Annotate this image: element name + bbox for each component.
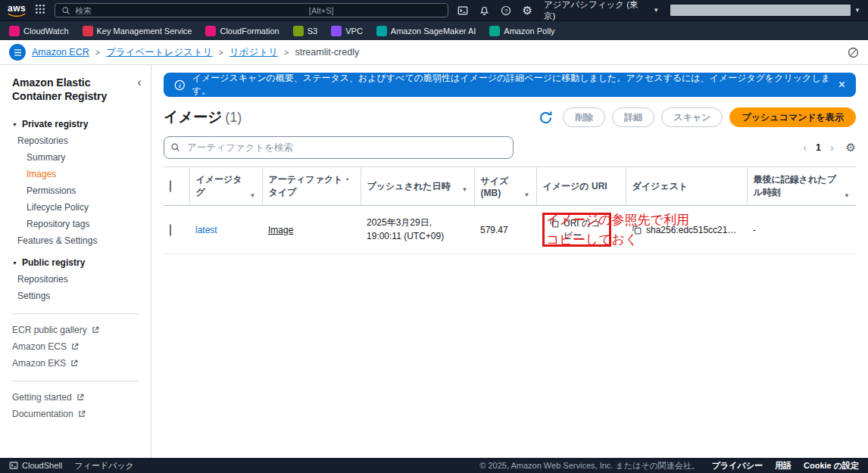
- digest-cell: sha256:edc515cc218ef39...: [632, 225, 741, 235]
- delete-button[interactable]: 削除: [563, 107, 605, 127]
- s3-service-icon: [293, 26, 304, 36]
- copy-icon[interactable]: [632, 225, 642, 235]
- refresh-icon[interactable]: [539, 110, 553, 125]
- search-icon: [61, 6, 70, 15]
- region-selector[interactable]: アジアパシフィック (東京) ▼: [544, 0, 659, 22]
- previous-page-icon[interactable]: ‹: [803, 142, 807, 154]
- table-row: latest Image 2025年3月29日, 19:00:11 (UTC+0…: [164, 206, 856, 254]
- sidebar-collapse-icon[interactable]: ‹: [137, 76, 142, 103]
- footer-privacy-link[interactable]: プライバシー: [712, 460, 763, 471]
- sidebar-link-amazon-eks[interactable]: Amazon EKS: [0, 355, 151, 372]
- footer-right: © 2025, Amazon Web Services, Inc. またはその関…: [479, 460, 859, 471]
- sidebar-item-repositories[interactable]: Repositories: [0, 132, 151, 149]
- sagemaker-service-icon: [376, 26, 387, 36]
- digest-value: sha256:edc515cc218ef39...: [646, 225, 741, 235]
- close-icon[interactable]: ×: [838, 79, 845, 91]
- sidebar-item-public-settings[interactable]: Settings: [0, 288, 151, 304]
- artifact-search-input[interactable]: [164, 136, 514, 159]
- header-digest[interactable]: ダイジェスト: [626, 167, 747, 206]
- account-menu[interactable]: ▼: [670, 5, 860, 16]
- breadcrumb-link-ecr[interactable]: Amazon ECR: [32, 47, 89, 58]
- header-size-mb[interactable]: サイズ (MB)▼: [474, 167, 536, 206]
- svg-text:?: ?: [504, 7, 507, 14]
- sidebar-item-public-repositories[interactable]: Repositories: [0, 271, 151, 288]
- breadcrumb-link-repositories[interactable]: リポジトリ: [229, 46, 278, 59]
- sidebar-item-features-settings[interactable]: Features & Settings: [0, 232, 151, 249]
- favorite-s3[interactable]: S3: [293, 26, 317, 36]
- item-count: (1): [225, 110, 242, 125]
- image-tag-link[interactable]: latest: [195, 225, 217, 235]
- sidebar-item-summary[interactable]: Summary: [0, 149, 151, 166]
- table-settings-gear-icon[interactable]: ⚙: [846, 141, 856, 154]
- sidebar-link-amazon-ecs[interactable]: Amazon ECS: [0, 338, 151, 355]
- favorite-sagemaker[interactable]: Amazon SageMaker AI: [376, 26, 476, 36]
- sidebar-link-ecr-public-gallery[interactable]: ECR public gallery: [0, 322, 151, 338]
- annotation-red-box: URI のコピー: [542, 213, 611, 247]
- favorite-kms[interactable]: Key Management Service: [83, 26, 192, 36]
- sidebar-item-images[interactable]: Images: [0, 166, 151, 182]
- favorites-bar: CloudWatch Key Management Service CloudF…: [0, 20, 868, 40]
- cloudwatch-service-icon: [9, 26, 20, 36]
- row-checkbox[interactable]: [170, 224, 171, 236]
- breadcrumb-current: streamlit-credly: [295, 47, 359, 58]
- artifact-type-link[interactable]: Image: [268, 225, 293, 235]
- aws-logo[interactable]: aws: [8, 4, 26, 17]
- footer-cloudshell[interactable]: CloudShell: [9, 461, 62, 470]
- sidebar-item-permissions[interactable]: Permissions: [0, 182, 151, 199]
- sidebar-item-repository-tags[interactable]: Repository tags: [0, 216, 151, 232]
- hamburger-menu-icon[interactable]: [9, 44, 26, 61]
- sort-icon[interactable]: ▼: [462, 186, 468, 193]
- help-icon[interactable]: ?: [501, 5, 511, 16]
- sidebar-link-getting-started[interactable]: Getting started: [0, 389, 151, 406]
- breadcrumb-link-private-registry[interactable]: プライベートレジストリ: [106, 46, 212, 59]
- settings-gear-icon[interactable]: ⚙: [523, 5, 532, 16]
- info-icon: i: [174, 79, 186, 91]
- cloudformation-service-icon: [205, 26, 216, 36]
- favorite-vpc[interactable]: VPC: [331, 26, 363, 36]
- sidebar-link-documentation[interactable]: Documentation: [0, 406, 151, 422]
- sidebar-title: Amazon Elastic Container Registry: [12, 76, 117, 103]
- sort-icon[interactable]: ▼: [250, 192, 256, 199]
- select-all-header[interactable]: [164, 167, 189, 206]
- main-content: i イメージスキャンの概要、ステータス、およびすべての脆弱性はイメージの詳細ペー…: [151, 65, 868, 458]
- header-pushed-at[interactable]: プッシュされた日時▼: [361, 167, 474, 206]
- footer-cookie-settings-link[interactable]: Cookie の設定: [804, 460, 859, 471]
- breadcrumb-separator: >: [219, 48, 223, 57]
- favorite-polly[interactable]: Amazon Polly: [489, 26, 554, 36]
- header-image-uri[interactable]: イメージの URI: [536, 167, 626, 206]
- aws-logo-text: aws: [8, 4, 26, 13]
- kms-service-icon: [83, 26, 93, 36]
- current-page[interactable]: 1: [816, 142, 821, 153]
- header-last-pull[interactable]: 最後に記録されたプル時刻▼: [747, 167, 856, 206]
- info-banner-text: イメージスキャンの概要、ステータス、およびすべての脆弱性はイメージの詳細ページに…: [192, 72, 832, 98]
- copy-uri-button[interactable]: URI のコピー: [549, 218, 604, 241]
- global-search-input[interactable]: [75, 6, 441, 15]
- sidebar-item-lifecycle-policy[interactable]: Lifecycle Policy: [0, 199, 151, 216]
- cloudshell-terminal-icon[interactable]: [457, 5, 468, 16]
- notifications-bell-icon[interactable]: [479, 5, 489, 16]
- breadcrumb-separator: >: [284, 48, 289, 57]
- triangle-down-icon: ▼: [12, 122, 17, 127]
- sidebar-section-private-registry[interactable]: ▼ Private registry: [0, 114, 151, 132]
- sort-icon[interactable]: ▼: [844, 192, 850, 199]
- next-page-icon[interactable]: ›: [830, 142, 834, 154]
- favorite-cloudwatch[interactable]: CloudWatch: [9, 26, 69, 36]
- pushed-at-cell: 2025年3月29日, 19:00:11 (UTC+09): [361, 206, 474, 254]
- header-artifact-type[interactable]: アーティファクト・タイプ: [262, 167, 361, 206]
- view-push-commands-button[interactable]: プッシュコマンドを表示: [729, 107, 856, 127]
- header-image-tag[interactable]: イメージタグ▼: [189, 167, 262, 206]
- header-actions: 削除 詳細 スキャン プッシュコマンドを表示: [539, 107, 856, 127]
- last-pull-cell: -: [747, 206, 856, 254]
- details-button[interactable]: 詳細: [612, 107, 654, 127]
- sidebar-section-public-registry[interactable]: ▼ Public registry: [0, 252, 151, 271]
- select-all-checkbox[interactable]: [170, 180, 171, 192]
- size-cell: 579.47: [474, 206, 536, 254]
- apps-grid-icon[interactable]: [35, 4, 45, 17]
- table-header-row: イメージタグ▼ アーティファクト・タイプ プッシュされた日時▼ サイズ (MB)…: [164, 167, 856, 206]
- favorite-cloudformation[interactable]: CloudFormation: [205, 26, 279, 36]
- scan-button[interactable]: スキャン: [661, 107, 723, 127]
- footer-terms-link[interactable]: 用語: [775, 460, 792, 471]
- footer-feedback-link[interactable]: フィードバック: [74, 460, 134, 471]
- circle-slash-icon[interactable]: [848, 47, 859, 58]
- sort-icon[interactable]: ▼: [524, 191, 530, 198]
